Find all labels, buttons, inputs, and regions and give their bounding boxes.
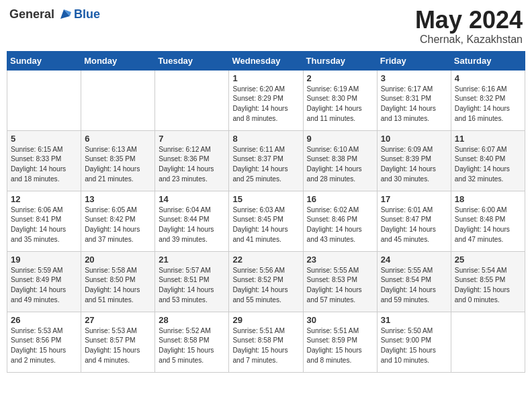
day-info: Sunrise: 5:51 AM Sunset: 8:59 PM Dayligh… xyxy=(307,326,373,366)
calendar-cell xyxy=(451,312,525,372)
day-info: Sunrise: 5:50 AM Sunset: 9:00 PM Dayligh… xyxy=(381,326,447,366)
calendar-cell: 6Sunrise: 6:13 AM Sunset: 8:35 PM Daylig… xyxy=(81,130,155,191)
calendar-cell: 20Sunrise: 5:58 AM Sunset: 8:50 PM Dayli… xyxy=(81,251,155,312)
day-number: 6 xyxy=(85,134,151,144)
day-info: Sunrise: 5:54 AM Sunset: 8:55 PM Dayligh… xyxy=(455,266,521,306)
day-number: 17 xyxy=(381,194,447,204)
title-block: May 2024 Chernak, Kazakhstan xyxy=(415,7,523,46)
day-info: Sunrise: 6:07 AM Sunset: 8:40 PM Dayligh… xyxy=(455,145,521,185)
day-info: Sunrise: 6:11 AM Sunset: 8:37 PM Dayligh… xyxy=(232,145,299,185)
calendar-cell: 22Sunrise: 5:56 AM Sunset: 8:52 PM Dayli… xyxy=(229,251,303,312)
day-number: 5 xyxy=(11,134,77,144)
day-number: 19 xyxy=(11,255,77,265)
month-year-title: May 2024 xyxy=(415,7,523,34)
calendar-cell: 2Sunrise: 6:19 AM Sunset: 8:30 PM Daylig… xyxy=(303,70,377,130)
day-number: 18 xyxy=(455,194,521,204)
day-info: Sunrise: 6:13 AM Sunset: 8:35 PM Dayligh… xyxy=(85,145,151,185)
calendar-cell: 21Sunrise: 5:57 AM Sunset: 8:51 PM Dayli… xyxy=(155,251,229,312)
calendar-cell: 19Sunrise: 5:59 AM Sunset: 8:49 PM Dayli… xyxy=(7,251,81,312)
day-number: 23 xyxy=(307,255,373,265)
day-number: 31 xyxy=(381,315,447,325)
day-info: Sunrise: 5:55 AM Sunset: 8:54 PM Dayligh… xyxy=(381,266,447,306)
day-number: 2 xyxy=(307,73,373,83)
day-info: Sunrise: 5:53 AM Sunset: 8:56 PM Dayligh… xyxy=(11,326,77,366)
day-info: Sunrise: 5:52 AM Sunset: 8:58 PM Dayligh… xyxy=(159,326,225,366)
day-number: 29 xyxy=(232,315,299,325)
day-number: 30 xyxy=(307,315,373,325)
day-info: Sunrise: 6:09 AM Sunset: 8:39 PM Dayligh… xyxy=(381,145,447,185)
calendar-cell: 10Sunrise: 6:09 AM Sunset: 8:39 PM Dayli… xyxy=(377,130,451,191)
calendar-cell: 3Sunrise: 6:17 AM Sunset: 8:31 PM Daylig… xyxy=(377,70,451,130)
calendar-cell: 5Sunrise: 6:15 AM Sunset: 8:33 PM Daylig… xyxy=(7,130,81,191)
day-number: 16 xyxy=(307,194,373,204)
day-number: 13 xyxy=(85,194,151,204)
day-number: 21 xyxy=(159,255,225,265)
calendar-cell: 7Sunrise: 6:12 AM Sunset: 8:36 PM Daylig… xyxy=(155,130,229,191)
logo-general: General xyxy=(9,7,54,21)
day-number: 3 xyxy=(381,73,447,83)
day-number: 20 xyxy=(85,255,151,265)
day-number: 10 xyxy=(381,134,447,144)
day-number: 11 xyxy=(455,134,521,144)
day-info: Sunrise: 6:17 AM Sunset: 8:31 PM Dayligh… xyxy=(381,85,447,124)
day-info: Sunrise: 6:12 AM Sunset: 8:36 PM Dayligh… xyxy=(159,145,225,185)
calendar-week-row: 1Sunrise: 6:20 AM Sunset: 8:29 PM Daylig… xyxy=(7,70,525,130)
day-info: Sunrise: 6:00 AM Sunset: 8:48 PM Dayligh… xyxy=(455,205,521,245)
logo-icon xyxy=(56,7,71,21)
calendar-week-row: 5Sunrise: 6:15 AM Sunset: 8:33 PM Daylig… xyxy=(7,130,525,191)
day-number: 14 xyxy=(159,194,225,204)
calendar-cell xyxy=(155,70,229,130)
day-info: Sunrise: 6:16 AM Sunset: 8:32 PM Dayligh… xyxy=(455,85,521,124)
calendar-cell: 28Sunrise: 5:52 AM Sunset: 8:58 PM Dayli… xyxy=(155,312,229,372)
calendar-cell: 11Sunrise: 6:07 AM Sunset: 8:40 PM Dayli… xyxy=(451,130,525,191)
header-saturday: Saturday xyxy=(451,51,525,70)
calendar-cell: 26Sunrise: 5:53 AM Sunset: 8:56 PM Dayli… xyxy=(7,312,81,372)
day-number: 9 xyxy=(307,134,373,144)
calendar-cell: 13Sunrise: 6:05 AM Sunset: 8:42 PM Dayli… xyxy=(81,191,155,251)
calendar-cell: 31Sunrise: 5:50 AM Sunset: 9:00 PM Dayli… xyxy=(377,312,451,372)
calendar-cell: 23Sunrise: 5:55 AM Sunset: 8:53 PM Dayli… xyxy=(303,251,377,312)
day-number: 12 xyxy=(11,194,77,204)
day-number: 24 xyxy=(381,255,447,265)
calendar-cell: 16Sunrise: 6:02 AM Sunset: 8:46 PM Dayli… xyxy=(303,191,377,251)
calendar-cell: 24Sunrise: 5:55 AM Sunset: 8:54 PM Dayli… xyxy=(377,251,451,312)
day-number: 26 xyxy=(11,315,77,325)
calendar-cell: 8Sunrise: 6:11 AM Sunset: 8:37 PM Daylig… xyxy=(229,130,303,191)
calendar-cell: 12Sunrise: 6:06 AM Sunset: 8:41 PM Dayli… xyxy=(7,191,81,251)
day-info: Sunrise: 5:57 AM Sunset: 8:51 PM Dayligh… xyxy=(159,266,225,306)
header-sunday: Sunday xyxy=(7,51,81,70)
calendar-cell: 30Sunrise: 5:51 AM Sunset: 8:59 PM Dayli… xyxy=(303,312,377,372)
day-info: Sunrise: 6:20 AM Sunset: 8:29 PM Dayligh… xyxy=(232,85,299,124)
calendar-cell: 17Sunrise: 6:01 AM Sunset: 8:47 PM Dayli… xyxy=(377,191,451,251)
day-number: 1 xyxy=(232,73,299,83)
day-number: 25 xyxy=(455,255,521,265)
calendar-table: SundayMondayTuesdayWednesdayThursdayFrid… xyxy=(7,51,525,373)
logo-blue: Blue xyxy=(74,7,100,21)
day-info: Sunrise: 6:19 AM Sunset: 8:30 PM Dayligh… xyxy=(307,85,373,124)
location-subtitle: Chernak, Kazakhstan xyxy=(415,34,523,46)
header-friday: Friday xyxy=(377,51,451,70)
day-info: Sunrise: 5:51 AM Sunset: 8:58 PM Dayligh… xyxy=(232,326,299,366)
calendar-cell: 9Sunrise: 6:10 AM Sunset: 8:38 PM Daylig… xyxy=(303,130,377,191)
page-header: General Blue May 2024 Chernak, Kazakhsta… xyxy=(7,7,525,46)
day-info: Sunrise: 6:01 AM Sunset: 8:47 PM Dayligh… xyxy=(381,205,447,245)
day-number: 4 xyxy=(455,73,521,83)
day-info: Sunrise: 6:02 AM Sunset: 8:46 PM Dayligh… xyxy=(307,205,373,245)
calendar-cell: 25Sunrise: 5:54 AM Sunset: 8:55 PM Dayli… xyxy=(451,251,525,312)
calendar-cell: 18Sunrise: 6:00 AM Sunset: 8:48 PM Dayli… xyxy=(451,191,525,251)
calendar-cell: 29Sunrise: 5:51 AM Sunset: 8:58 PM Dayli… xyxy=(229,312,303,372)
day-info: Sunrise: 5:59 AM Sunset: 8:49 PM Dayligh… xyxy=(11,266,77,306)
calendar-header-row: SundayMondayTuesdayWednesdayThursdayFrid… xyxy=(7,51,525,70)
calendar-week-row: 26Sunrise: 5:53 AM Sunset: 8:56 PM Dayli… xyxy=(7,312,525,372)
day-number: 7 xyxy=(159,134,225,144)
day-number: 22 xyxy=(232,255,299,265)
day-info: Sunrise: 5:58 AM Sunset: 8:50 PM Dayligh… xyxy=(85,266,151,306)
header-thursday: Thursday xyxy=(303,51,377,70)
day-info: Sunrise: 5:55 AM Sunset: 8:53 PM Dayligh… xyxy=(307,266,373,306)
day-info: Sunrise: 6:06 AM Sunset: 8:41 PM Dayligh… xyxy=(11,205,77,245)
logo: General Blue xyxy=(9,7,100,21)
calendar-week-row: 12Sunrise: 6:06 AM Sunset: 8:41 PM Dayli… xyxy=(7,191,525,251)
header-monday: Monday xyxy=(81,51,155,70)
calendar-cell xyxy=(81,70,155,130)
day-info: Sunrise: 5:53 AM Sunset: 8:57 PM Dayligh… xyxy=(85,326,151,366)
